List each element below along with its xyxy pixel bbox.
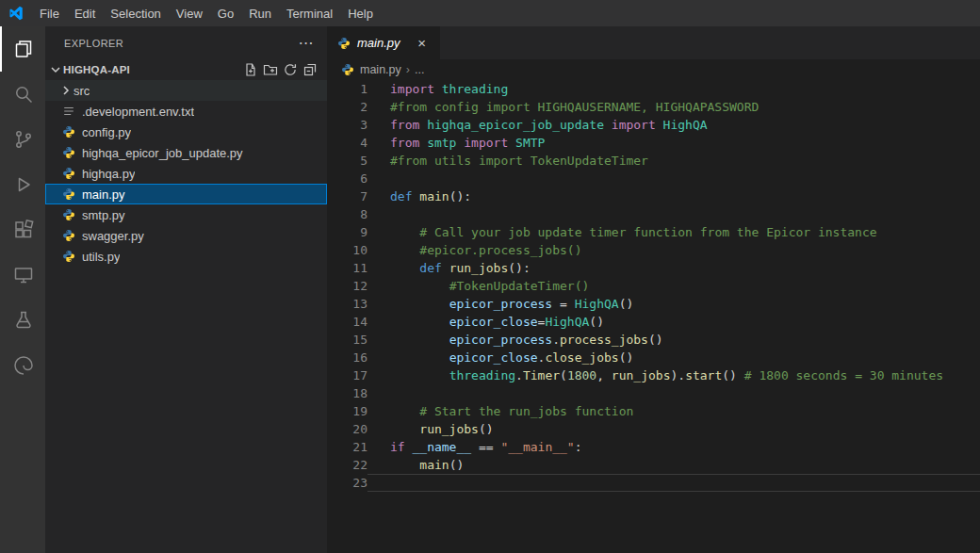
new-file-icon[interactable] xyxy=(243,62,258,77)
code-line-22[interactable]: 22 main() xyxy=(327,456,980,474)
line-content: epicor_process = HighQA() xyxy=(368,295,980,313)
tree-item-highqa-epicor-job-update-py[interactable]: highqa_epicor_job_update.py xyxy=(45,142,327,163)
code-line-18[interactable]: 18 xyxy=(327,384,980,402)
explorer-section-header[interactable]: HIGHQA-API xyxy=(45,59,327,80)
code-line-6[interactable]: 6 xyxy=(327,170,980,187)
code-line-12[interactable]: 12 #TokenUpdateTimer() xyxy=(327,277,980,295)
code-line-21[interactable]: 21if __name__ == "__main__": xyxy=(327,438,980,456)
line-number[interactable]: 23 xyxy=(327,474,368,492)
code-line-8[interactable]: 8 xyxy=(327,205,980,223)
line-number[interactable]: 17 xyxy=(327,366,368,384)
line-number[interactable]: 7 xyxy=(327,187,368,205)
line-number[interactable]: 2 xyxy=(327,98,368,116)
code-line-14[interactable]: 14 epicor_close=HighQA() xyxy=(327,313,980,331)
line-number[interactable]: 21 xyxy=(327,438,368,456)
more-actions-icon[interactable]: ⋯ xyxy=(299,36,314,51)
line-content xyxy=(368,170,980,187)
line-content: epicor_process.process_jobs() xyxy=(368,331,980,349)
line-number[interactable]: 5 xyxy=(327,152,368,170)
remote-explorer-icon[interactable] xyxy=(0,252,45,298)
collapse-all-icon[interactable] xyxy=(302,62,318,77)
code-line-5[interactable]: 5#from utils import TokenUpdateTimer xyxy=(327,152,980,170)
line-number[interactable]: 22 xyxy=(327,456,368,474)
line-number[interactable]: 18 xyxy=(327,384,368,402)
breadcrumb-more[interactable]: ... xyxy=(415,63,424,76)
new-folder-icon[interactable] xyxy=(263,62,278,77)
code-line-23[interactable]: 23 xyxy=(327,474,980,492)
code-line-10[interactable]: 10 #epicor.process_jobs() xyxy=(327,241,980,259)
code-line-15[interactable]: 15 epicor_process.process_jobs() xyxy=(327,331,980,349)
python-file-icon xyxy=(61,187,76,201)
refresh-icon[interactable] xyxy=(283,62,298,77)
code-line-16[interactable]: 16 epicor_close.close_jobs() xyxy=(327,349,980,366)
menu-terminal[interactable]: Terminal xyxy=(279,0,340,26)
sidebar-header: EXPLORER ⋯ xyxy=(45,26,327,59)
line-number[interactable]: 15 xyxy=(327,331,368,349)
misc-extension-icon[interactable] xyxy=(0,343,45,388)
code-line-13[interactable]: 13 epicor_process = HighQA() xyxy=(327,295,980,313)
source-control-icon[interactable] xyxy=(0,117,45,162)
menu-selection[interactable]: Selection xyxy=(103,0,168,26)
file-name: .development.env.txt xyxy=(82,105,194,119)
menu-go[interactable]: Go xyxy=(210,0,241,26)
vscode-window: FileEditSelectionViewGoRunTerminalHelp E… xyxy=(0,0,980,553)
code-line-20[interactable]: 20 run_jobs() xyxy=(327,420,980,438)
file-name: utils.py xyxy=(82,250,120,264)
line-number[interactable]: 10 xyxy=(327,241,368,259)
tree-item-utils-py[interactable]: utils.py xyxy=(45,246,327,267)
code-line-17[interactable]: 17 threading.Timer(1800, run_jobs).start… xyxy=(327,366,980,384)
breadcrumb-file[interactable]: main.py xyxy=(360,63,401,76)
line-number[interactable]: 9 xyxy=(327,223,368,241)
line-number[interactable]: 19 xyxy=(327,402,368,420)
menu-help[interactable]: Help xyxy=(340,0,381,26)
close-icon[interactable]: × xyxy=(414,35,431,51)
code-line-7[interactable]: 7def main(): xyxy=(327,187,980,205)
line-number[interactable]: 12 xyxy=(327,277,368,295)
code-line-19[interactable]: 19 # Start the run_jobs function xyxy=(327,402,980,420)
code-line-3[interactable]: 3from highqa_epicor_job_update import Hi… xyxy=(327,116,980,134)
menu-file[interactable]: File xyxy=(32,0,67,26)
code-line-2[interactable]: 2#from config import HIGHQAUSERNAME, HIG… xyxy=(327,98,980,116)
tree-item-smtp-py[interactable]: smtp.py xyxy=(45,204,327,225)
line-number[interactable]: 4 xyxy=(327,134,368,152)
file-name: config.py xyxy=(82,125,131,139)
line-number[interactable]: 1 xyxy=(327,80,368,98)
tree-item-main-py[interactable]: main.py xyxy=(45,184,327,204)
tree-item-config-py[interactable]: config.py xyxy=(45,122,327,142)
line-content: #from config import HIGHQAUSERNAME, HIGH… xyxy=(368,98,980,116)
line-number[interactable]: 20 xyxy=(327,420,368,438)
python-file-icon xyxy=(61,146,76,159)
code-line-11[interactable]: 11 def run_jobs(): xyxy=(327,259,980,277)
test-beaker-icon[interactable] xyxy=(0,298,45,343)
code-line-4[interactable]: 4from smtp import SMTP xyxy=(327,134,980,152)
tree-item-highqa-py[interactable]: highqa.py xyxy=(45,163,327,184)
run-debug-icon[interactable] xyxy=(0,162,45,207)
line-content: main() xyxy=(368,456,980,474)
file-name: main.py xyxy=(82,187,125,202)
menu-run[interactable]: Run xyxy=(241,0,279,26)
line-number[interactable]: 3 xyxy=(327,116,368,134)
extensions-icon[interactable] xyxy=(0,207,45,252)
line-content xyxy=(368,205,980,223)
line-number[interactable]: 16 xyxy=(327,349,368,366)
python-file-icon xyxy=(61,208,76,221)
line-content: if __name__ == "__main__": xyxy=(368,438,980,456)
line-number[interactable]: 11 xyxy=(327,259,368,277)
tree-item-swagger-py[interactable]: swagger.py xyxy=(45,225,327,246)
code-line-9[interactable]: 9 # Call your job update timer function … xyxy=(327,223,980,241)
explorer-section-label: HIGHQA-API xyxy=(63,64,243,75)
code-line-1[interactable]: 1import threading xyxy=(327,80,980,98)
tree-item-src[interactable]: src xyxy=(45,80,327,101)
tree-item-development-env-txt[interactable]: .development.env.txt xyxy=(45,101,327,122)
line-number[interactable]: 13 xyxy=(327,295,368,313)
line-number[interactable]: 6 xyxy=(327,170,368,187)
search-icon[interactable] xyxy=(0,72,45,117)
line-number[interactable]: 14 xyxy=(327,313,368,331)
files-icon[interactable] xyxy=(0,26,45,72)
menu-edit[interactable]: Edit xyxy=(67,0,103,26)
file-name: src xyxy=(74,84,90,98)
line-number[interactable]: 8 xyxy=(327,205,368,223)
code-area[interactable]: 1import threading2#from config import HI… xyxy=(327,80,980,553)
menu-view[interactable]: View xyxy=(169,0,210,26)
tab-main-py[interactable]: main.py × xyxy=(327,26,440,59)
